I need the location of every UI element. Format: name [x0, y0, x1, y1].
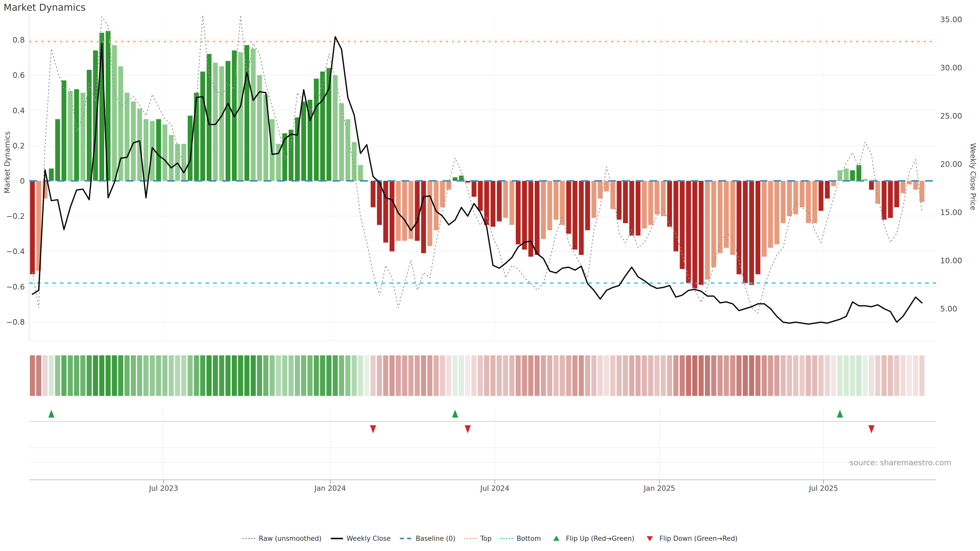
legend-glyph-dotted-line — [242, 535, 256, 542]
legend-glyph-dotted-line — [464, 535, 477, 542]
legend-glyph-triangle-down — [643, 535, 656, 542]
legend-label: Flip Up (Red→Green) — [566, 535, 635, 542]
left-axis-tick: 0.4 — [0, 106, 25, 115]
legend-glyph-dotted-line — [500, 535, 514, 542]
page-title: Market Dynamics — [3, 2, 86, 13]
legend: Raw (unsmoothed)Weekly CloseBaseline (0)… — [0, 535, 980, 542]
x-axis-tick: Jan 2024 — [314, 484, 346, 492]
flip-down-icon — [869, 425, 875, 433]
legend-label: Flip Down (Green→Red) — [659, 535, 738, 542]
legend-label: Weekly Close — [347, 535, 391, 542]
right-axis-title: Weekly Close Price — [969, 105, 977, 248]
left-axis-tick: 0.6 — [0, 71, 25, 79]
right-axis-tick: 15.00 — [940, 208, 962, 217]
legend-item: Weekly Close — [330, 535, 391, 542]
legend-glyph-dashed-line — [399, 535, 413, 542]
left-axis-tick: −0.6 — [0, 282, 25, 291]
legend-label: Baseline (0) — [416, 535, 455, 542]
right-axis-tick: 25.00 — [940, 111, 962, 121]
left-axis-tick: −0.2 — [0, 212, 25, 221]
x-axis — [29, 480, 936, 484]
x-axis-tick: Jul 2024 — [480, 484, 509, 492]
left-axis-tick: 0 — [0, 176, 25, 186]
marker-panel — [29, 408, 936, 479]
left-axis-tick: 0.8 — [0, 35, 25, 44]
left-axis-tick: 0.2 — [0, 141, 25, 150]
legend-glyph-solid-line — [330, 535, 344, 542]
legend-item: Baseline (0) — [399, 535, 455, 542]
left-axis-tick: −0.8 — [0, 318, 25, 326]
legend-item: Flip Down (Green→Red) — [643, 535, 738, 542]
legend-label: Bottom — [517, 535, 541, 542]
source-note: source: sharemaestro.com — [850, 458, 951, 467]
market-dynamics-chart — [0, 0, 980, 551]
x-axis-tick: Jul 2025 — [809, 484, 838, 492]
legend-item: Bottom — [500, 535, 541, 542]
legend-item: Flip Up (Red→Green) — [550, 535, 635, 542]
right-axis-tick: 20.00 — [940, 160, 962, 168]
x-axis-tick: Jul 2023 — [149, 484, 178, 492]
flip-down-icon — [370, 425, 376, 433]
x-axis-tick: Jan 2025 — [644, 484, 675, 492]
flip-up-icon — [452, 410, 458, 418]
flip-up-icon — [837, 410, 843, 418]
legend-glyph-triangle-up — [550, 535, 563, 542]
right-axis-tick: 30.00 — [940, 63, 962, 72]
right-axis-tick: 10.00 — [940, 256, 962, 265]
legend-item: Top — [464, 535, 492, 542]
legend-label: Raw (unsmoothed) — [259, 535, 321, 542]
flip-down-icon — [465, 425, 471, 433]
flip-up-icon — [48, 410, 54, 418]
right-axis-tick: 35.00 — [940, 15, 962, 24]
heatmap-strip — [30, 355, 924, 396]
right-axis-tick: 5.00 — [940, 304, 957, 313]
left-axis-tick: −0.4 — [0, 247, 25, 256]
legend-label: Top — [480, 535, 492, 542]
legend-item: Raw (unsmoothed) — [242, 535, 321, 542]
